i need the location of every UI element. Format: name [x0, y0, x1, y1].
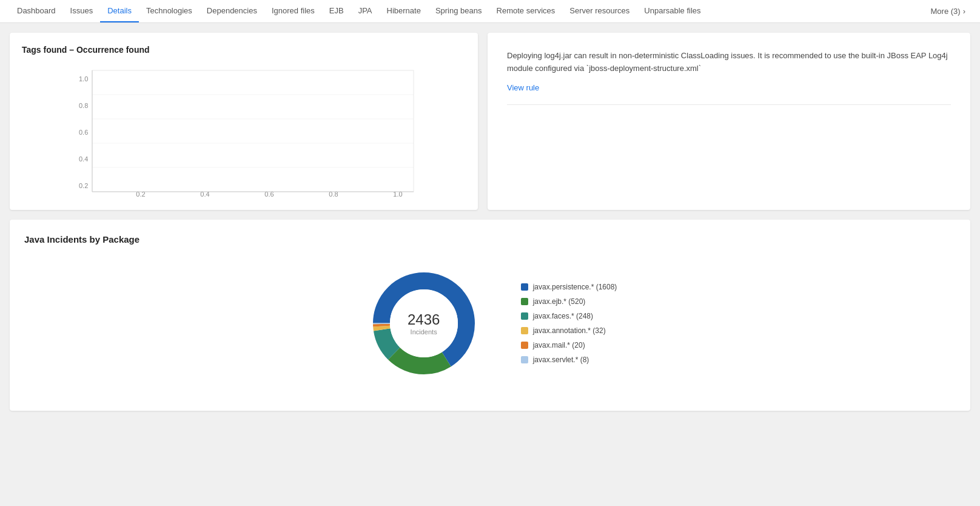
- nav-details[interactable]: Details: [100, 0, 139, 23]
- tags-chart-area: 1.0 0.8 0.6 0.4 0.2 0.2 0.4 0.6: [22, 64, 466, 198]
- tags-chart-title: Tags found – Occurrence found: [22, 45, 466, 55]
- legend-color-servlet: [521, 356, 528, 363]
- donut-label: Incidents: [408, 328, 440, 336]
- legend-color-faces: [521, 312, 528, 320]
- svg-text:1.0: 1.0: [79, 75, 88, 83]
- legend-item-servlet: javax.servlet.* (8): [521, 356, 617, 364]
- donut-total: 2436: [408, 311, 440, 328]
- legend-label-persistence: javax.persistence.* (1608): [533, 283, 617, 291]
- nav-dashboard[interactable]: Dashboard: [10, 0, 63, 23]
- legend-label-annotation: javax.annotation.* (32): [533, 326, 606, 335]
- svg-text:0.4: 0.4: [79, 155, 88, 163]
- nav-unparsable-files[interactable]: Unparsable files: [637, 0, 708, 23]
- donut-center: 2436 Incidents: [408, 311, 440, 336]
- info-text: Deploying log4j.jar can result in non-de…: [507, 50, 951, 75]
- legend-color-annotation: [521, 327, 528, 334]
- nav-spring-beans[interactable]: Spring beans: [428, 0, 489, 23]
- nav-bar: Dashboard Issues Details Technologies De…: [0, 0, 980, 23]
- main-content: Tags found – Occurrence found 1.0 0.8 0.…: [0, 23, 980, 420]
- donut-legend: javax.persistence.* (1608) javax.ejb.* (…: [521, 283, 617, 364]
- svg-text:0.8: 0.8: [79, 102, 88, 109]
- nav-jpa[interactable]: JPA: [351, 0, 380, 23]
- legend-item-mail: javax.mail.* (20): [521, 341, 617, 349]
- chevron-right-icon: ›: [963, 7, 965, 16]
- svg-text:0.6: 0.6: [79, 129, 88, 136]
- view-rule-link[interactable]: View rule: [507, 83, 539, 92]
- tags-occurrence-card: Tags found – Occurrence found 1.0 0.8 0.…: [10, 33, 478, 210]
- java-incidents-title: Java Incidents by Package: [24, 234, 956, 245]
- info-card: Deploying log4j.jar can result in non-de…: [488, 33, 970, 210]
- legend-label-ejb: javax.ejb.* (520): [533, 297, 586, 306]
- legend-item-persistence: javax.persistence.* (1608): [521, 283, 617, 291]
- nav-hibernate[interactable]: Hibernate: [380, 0, 428, 23]
- legend-label-faces: javax.faces.* (248): [533, 312, 593, 320]
- legend-color-ejb: [521, 298, 528, 305]
- svg-rect-5: [92, 70, 414, 192]
- donut-row: 2436 Incidents javax.persistence.* (1608…: [24, 257, 956, 396]
- nav-issues[interactable]: Issues: [63, 0, 101, 23]
- tags-chart-svg: 1.0 0.8 0.6 0.4 0.2 0.2 0.4 0.6: [22, 64, 466, 198]
- nav-dependencies[interactable]: Dependencies: [200, 0, 264, 23]
- nav-remote-services[interactable]: Remote services: [489, 0, 563, 23]
- legend-item-faces: javax.faces.* (248): [521, 312, 617, 320]
- java-incidents-card: Java Incidents by Package: [10, 220, 970, 411]
- nav-ignored-files[interactable]: Ignored files: [264, 0, 322, 23]
- card-divider: [507, 104, 951, 105]
- legend-color-persistence: [521, 283, 528, 291]
- donut-chart: 2436 Incidents: [363, 263, 485, 384]
- legend-label-servlet: javax.servlet.* (8): [533, 356, 589, 364]
- legend-color-mail: [521, 342, 528, 349]
- svg-text:0.2: 0.2: [79, 182, 88, 189]
- nav-more[interactable]: More (3) ›: [926, 7, 970, 16]
- nav-server-resources[interactable]: Server resources: [562, 0, 637, 23]
- top-row: Tags found – Occurrence found 1.0 0.8 0.…: [10, 33, 970, 210]
- legend-label-mail: javax.mail.* (20): [533, 341, 585, 349]
- nav-technologies[interactable]: Technologies: [139, 0, 200, 23]
- nav-ejb[interactable]: EJB: [322, 0, 351, 23]
- legend-item-ejb: javax.ejb.* (520): [521, 297, 617, 306]
- legend-item-annotation: javax.annotation.* (32): [521, 326, 617, 335]
